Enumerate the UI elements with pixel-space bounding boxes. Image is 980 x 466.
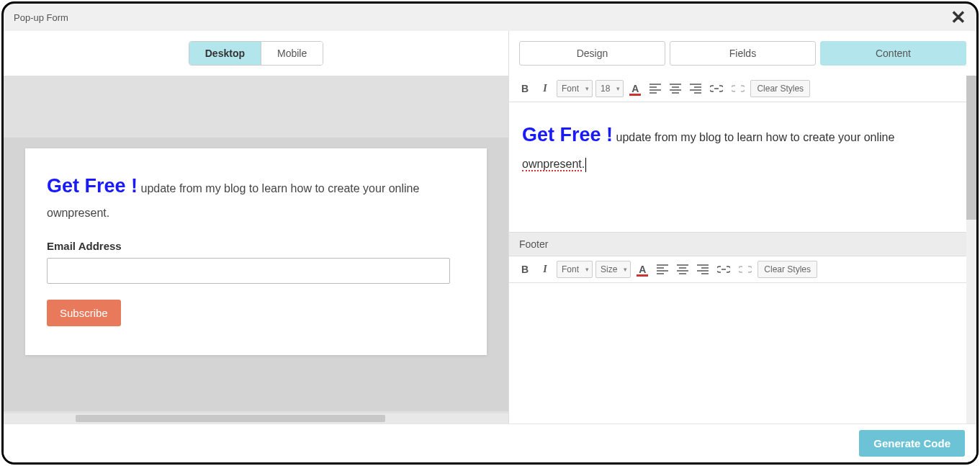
vertical-scrollbar[interactable] xyxy=(966,76,976,424)
font-dropdown[interactable]: Font xyxy=(557,261,593,278)
titlebar: Pop-up Form ✕ xyxy=(4,4,976,31)
tab-content[interactable]: Content xyxy=(820,41,966,66)
clear-styles-button[interactable]: Clear Styles xyxy=(758,261,817,278)
horizontal-scrollbar[interactable] xyxy=(4,413,508,424)
popup-headline: Get Free ! update from my blog to learn … xyxy=(47,170,465,223)
unlink-icon[interactable] xyxy=(729,80,747,97)
text-cursor xyxy=(585,158,586,172)
generate-code-button[interactable]: Generate Code xyxy=(859,430,965,457)
window-title: Pop-up Form xyxy=(14,12,68,23)
footer-editor[interactable] xyxy=(509,283,976,398)
left-panel: Desktop Mobile Get Free ! update from my… xyxy=(4,31,508,424)
editor-text-1: update from my blog to learn how to crea… xyxy=(613,131,894,143)
tab-design[interactable]: Design xyxy=(519,41,665,66)
modal-body: Desktop Mobile Get Free ! update from my… xyxy=(4,31,976,424)
right-scroll-area: B I Font 18 A Clear Styles Get Free ! up… xyxy=(509,76,976,424)
popup-form-modal: Pop-up Form ✕ Desktop Mobile Get Free ! … xyxy=(1,1,979,465)
header-editor[interactable]: Get Free ! update from my blog to learn … xyxy=(509,102,976,232)
scrollbar-thumb[interactable] xyxy=(76,415,385,422)
unlink-icon[interactable] xyxy=(736,261,755,278)
tab-mobile[interactable]: Mobile xyxy=(261,42,323,65)
align-right-icon[interactable] xyxy=(694,261,711,278)
editor-text-3: . xyxy=(582,158,585,170)
align-center-icon[interactable] xyxy=(674,261,691,278)
tab-fields[interactable]: Fields xyxy=(670,41,816,66)
email-field[interactable] xyxy=(47,258,450,284)
footer-toolbar: B I Font Size A Clear Styles xyxy=(509,256,976,283)
header-toolbar: B I Font 18 A Clear Styles xyxy=(509,76,976,102)
italic-button[interactable]: I xyxy=(536,261,554,278)
size-dropdown[interactable]: Size xyxy=(595,261,631,278)
modal-footer: Generate Code xyxy=(4,424,976,462)
email-label: Email Address xyxy=(47,240,465,252)
italic-button[interactable]: I xyxy=(536,80,554,97)
scrollbar-thumb[interactable] xyxy=(966,76,976,220)
link-icon[interactable] xyxy=(714,261,733,278)
headline-emphasis: Get Free ! xyxy=(47,175,138,197)
text-color-button[interactable]: A xyxy=(634,261,651,278)
device-tabs-row: Desktop Mobile xyxy=(4,31,508,76)
bold-button[interactable]: B xyxy=(516,261,534,278)
device-segmented: Desktop Mobile xyxy=(189,41,323,66)
close-icon[interactable]: ✕ xyxy=(950,8,966,27)
align-left-icon[interactable] xyxy=(654,261,671,278)
editor-misspell: ownpresent xyxy=(522,158,582,171)
right-tabs: Design Fields Content xyxy=(509,31,976,76)
right-panel: Design Fields Content B I Font 18 A Clea… xyxy=(508,31,976,424)
align-right-icon[interactable] xyxy=(687,80,704,97)
tab-desktop[interactable]: Desktop xyxy=(189,42,261,65)
footer-section-header: Footer xyxy=(509,232,976,256)
popup-preview-card: Get Free ! update from my blog to learn … xyxy=(25,148,487,355)
text-color-button[interactable]: A xyxy=(626,80,644,97)
align-left-icon[interactable] xyxy=(647,80,664,97)
editor-emphasis: Get Free ! xyxy=(522,124,613,145)
bold-button[interactable]: B xyxy=(516,80,534,97)
size-dropdown[interactable]: 18 xyxy=(595,80,624,97)
align-center-icon[interactable] xyxy=(667,80,684,97)
preview-area: Get Free ! update from my blog to learn … xyxy=(4,76,508,413)
link-icon[interactable] xyxy=(707,80,726,97)
font-dropdown[interactable]: Font xyxy=(557,80,593,97)
clear-styles-button[interactable]: Clear Styles xyxy=(750,80,810,97)
subscribe-button[interactable]: Subscribe xyxy=(47,300,121,326)
